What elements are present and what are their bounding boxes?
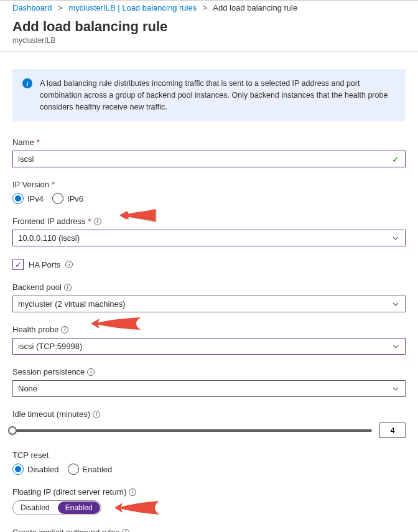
required-asterisk: * [52, 180, 55, 189]
tcp-reset-radio-group: Disabled Enabled [12, 464, 406, 475]
info-text: A load balancing rule distributes incomi… [40, 78, 396, 113]
breadcrumb: Dashboard > myclusterILB | Load balancin… [0, 0, 418, 15]
health-probe-select[interactable]: iscsi (TCP:59998) [12, 338, 406, 355]
radio-tcp-disabled[interactable]: Disabled [12, 464, 59, 475]
breadcrumb-separator: > [58, 3, 63, 12]
backend-pool-select[interactable]: mycluster (2 virtual machines) [12, 296, 406, 312]
required-asterisk: * [88, 217, 91, 226]
toggle-floating-enabled[interactable]: Enabled [58, 502, 100, 514]
annotation-arrow [113, 497, 163, 518]
form-content: i A load balancing rule distributes inco… [0, 52, 418, 532]
info-icon: i [22, 78, 32, 88]
page-subtitle: myclusterILB [12, 36, 406, 45]
breadcrumb-item-current: Add load balancing rule [213, 3, 297, 12]
idle-timeout-slider[interactable] [12, 429, 372, 432]
field-ha-ports: ✓ HA Ports i [12, 259, 406, 270]
field-frontend-ip: Frontend IP address * i 10.0.0.110 (iscs… [12, 217, 406, 246]
breadcrumb-item-dashboard[interactable]: Dashboard [12, 3, 52, 12]
session-persistence-select[interactable]: None [12, 380, 406, 397]
radio-tcp-enabled[interactable]: Enabled [68, 464, 113, 475]
help-icon[interactable]: i [94, 218, 101, 225]
help-icon[interactable]: i [64, 284, 72, 291]
page-header: Add load balancing rule myclusterILB [0, 15, 418, 52]
name-input[interactable] [12, 151, 406, 167]
field-health-probe: Health probe i iscsi (TCP:59998) [12, 325, 406, 355]
help-icon[interactable]: i [65, 261, 73, 268]
label-session-persistence: Session persistence i [12, 367, 406, 376]
breadcrumb-item-loadbalancer[interactable]: myclusterILB | Load balancing rules [68, 3, 197, 12]
label-frontend-ip: Frontend IP address * i [12, 217, 406, 226]
field-name: Name * ✓ [12, 138, 406, 167]
radio-ipv4[interactable]: IPv4 [12, 193, 44, 204]
help-icon[interactable]: i [122, 529, 129, 532]
field-ipversion: IP Version * IPv4 IPv6 [12, 180, 406, 204]
help-icon[interactable]: i [129, 488, 136, 496]
ha-ports-checkbox[interactable]: ✓ HA Ports i [12, 259, 406, 270]
page-title: Add load balancing rule [12, 19, 406, 35]
label-name: Name * [12, 138, 406, 147]
required-asterisk: * [37, 138, 40, 147]
idle-timeout-input[interactable] [379, 422, 406, 438]
field-floating-ip: Floating IP (direct server return) i Dis… [12, 487, 406, 515]
radio-ipv6[interactable]: IPv6 [52, 193, 83, 204]
floating-ip-toggle: Disabled Enabled [12, 500, 101, 515]
help-icon[interactable]: i [87, 368, 95, 376]
field-backend-pool: Backend pool i mycluster (2 virtual mach… [12, 282, 406, 312]
label-health-probe: Health probe i [12, 325, 406, 334]
slider-thumb[interactable] [8, 426, 17, 435]
label-ipversion: IP Version * [12, 180, 406, 189]
label-outbound-rules: Create implicit outbound rules i [12, 528, 406, 532]
check-icon: ✓ [392, 154, 399, 164]
frontend-ip-select[interactable]: 10.0.0.110 (iscsi) [12, 230, 406, 246]
checkbox-box: ✓ [12, 259, 24, 270]
info-banner: i A load balancing rule distributes inco… [12, 69, 406, 121]
label-idle-timeout: Idle timeout (minutes) i [12, 409, 406, 419]
label-tcp-reset: TCP reset [12, 450, 406, 460]
toggle-floating-disabled[interactable]: Disabled [13, 501, 57, 515]
help-icon[interactable]: i [61, 326, 68, 334]
field-session-persistence: Session persistence i None [12, 367, 406, 397]
field-outbound-rules: Create implicit outbound rules i Yes No [12, 528, 406, 532]
field-idle-timeout: Idle timeout (minutes) i [12, 409, 406, 438]
label-floating-ip: Floating IP (direct server return) i [12, 487, 406, 497]
help-icon[interactable]: i [93, 411, 100, 418]
breadcrumb-separator: > [203, 3, 208, 12]
label-backend-pool: Backend pool i [12, 282, 406, 292]
field-tcp-reset: TCP reset Disabled Enabled [12, 450, 406, 475]
ipversion-radio-group: IPv4 IPv6 [12, 193, 406, 204]
